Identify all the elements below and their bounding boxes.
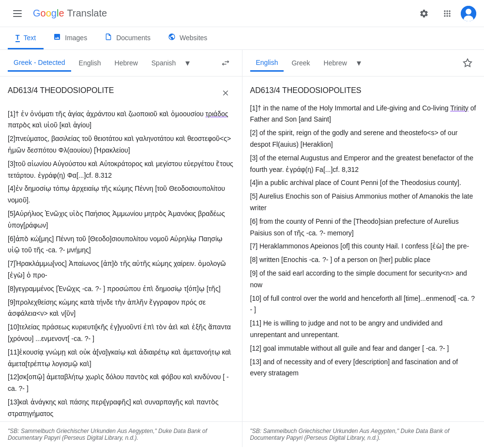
lang-hebrew-target[interactable]: Hebrew — [318, 55, 353, 71]
detected-label: Greek - Detected — [14, 59, 65, 66]
tab-text-label: Text — [24, 34, 36, 42]
lang-hebrew-source[interactable]: Hebrew — [109, 55, 144, 71]
right-panel: English Greek Hebrew ▾ AD613/4 THEODOSIO… — [242, 50, 484, 447]
header-left: Google Translate — [8, 4, 414, 23]
settings-button[interactable] — [414, 4, 434, 23]
websites-tab-icon — [168, 33, 176, 42]
nav-tabs: T Text Images Documents Websites — [0, 27, 484, 50]
source-title: AD613/4 THEODOSIOPOLITE — [8, 84, 114, 97]
tab-websites-label: Websites — [180, 34, 207, 42]
text-tab-icon: T — [15, 33, 20, 42]
target-citation-text: "SB: Sammelbuch Griechischer Urkunden Au… — [250, 428, 450, 441]
images-tab-icon — [53, 33, 61, 42]
menu-button[interactable] — [8, 4, 27, 23]
target-text-area: AD613/4 THEODOSIOPOLITES [1]† in the nam… — [242, 77, 484, 421]
target-greek-label: Greek — [291, 59, 310, 67]
target-citation: "SB: Sammelbuch Griechischer Urkunden Au… — [242, 421, 484, 447]
tab-documents-label: Documents — [116, 34, 151, 42]
header-right — [414, 4, 476, 23]
source-citation: "SB: Sammelbuch Griechischer Urkunden Au… — [0, 421, 242, 447]
source-citation-text: "SB: Sammelbuch Griechischer Urkunden Au… — [8, 428, 207, 441]
svg-rect-0 — [13, 10, 22, 11]
tab-documents[interactable]: Documents — [97, 27, 158, 49]
source-lang-dropdown[interactable]: ▾ — [183, 54, 192, 72]
target-english-label: English — [256, 59, 278, 66]
swap-languages-button[interactable] — [217, 54, 234, 72]
target-lang-selector: English Greek Hebrew ▾ — [242, 50, 484, 77]
target-text: [1]† in the name of the Holy Immortal an… — [250, 103, 477, 380]
left-panel: Greek - Detected English Hebrew Spanish … — [0, 50, 242, 447]
lang-greek-detected[interactable]: Greek - Detected — [8, 55, 71, 72]
lang-english-source[interactable]: English — [73, 55, 107, 71]
svg-rect-2 — [13, 16, 22, 17]
svg-point-4 — [466, 9, 471, 15]
source-text-area[interactable]: AD613/4 THEODOSIOPOLITE [1]† ἐν ὀνόματι … — [0, 77, 242, 421]
tab-text[interactable]: T Text — [8, 28, 44, 49]
tab-images[interactable]: Images — [45, 27, 95, 49]
user-avatar[interactable] — [461, 6, 476, 21]
translation-area: Greek - Detected English Hebrew Spanish … — [0, 50, 484, 447]
source-hebrew-label: Hebrew — [115, 59, 138, 67]
bookmark-button[interactable] — [459, 54, 476, 72]
source-text: [1]† ἐν ὀνόματι τῆς ἁγίας ἀχράντου καὶ ζ… — [8, 108, 234, 420]
app-logo[interactable]: Google Translate — [33, 8, 107, 19]
app-header: Google Translate — [0, 0, 484, 27]
target-lang-dropdown[interactable]: ▾ — [355, 54, 363, 72]
clear-button[interactable] — [217, 84, 234, 102]
tab-websites[interactable]: Websites — [160, 27, 215, 49]
lang-english-target[interactable]: English — [250, 55, 284, 72]
triadas-word: τριάδος — [205, 110, 228, 118]
tab-images-label: Images — [65, 34, 87, 42]
target-title: AD613/4 THEODOSIOPOLITES — [250, 84, 477, 97]
source-spanish-label: Spanish — [151, 59, 176, 67]
trinity-word: Trinity — [450, 104, 469, 112]
svg-marker-6 — [464, 59, 472, 67]
svg-rect-1 — [13, 13, 22, 14]
lang-spanish-source[interactable]: Spanish — [146, 55, 182, 71]
apps-button[interactable] — [438, 4, 457, 23]
app-name: Translate — [67, 8, 107, 19]
documents-tab-icon — [105, 33, 112, 42]
source-english-label: English — [79, 59, 101, 67]
source-lang-selector: Greek - Detected English Hebrew Spanish … — [0, 50, 242, 77]
lang-greek-target[interactable]: Greek — [286, 55, 316, 71]
target-hebrew-label: Hebrew — [324, 59, 347, 67]
